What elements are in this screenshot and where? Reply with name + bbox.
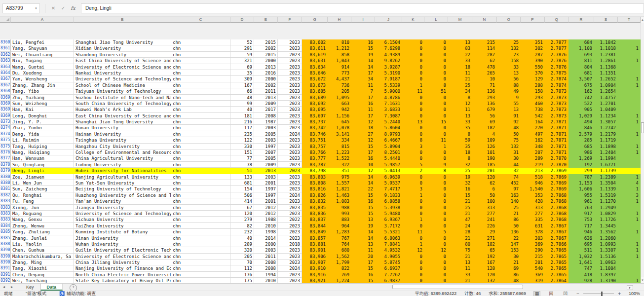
cell-Q83838[interactable]: 2.7868	[545, 217, 568, 222]
cell-Q83850[interactable]: 2.7867	[545, 229, 568, 235]
cell-T83902[interactable]: 1	[618, 247, 641, 253]
cell-C83758[interactable]: chn	[171, 144, 230, 149]
cell-G83804[interactable]: 83,803	[302, 174, 328, 180]
cell-B83612[interactable]: Xidian University	[74, 45, 171, 51]
cell-M83738[interactable]: 33	[448, 119, 472, 125]
column-header-B[interactable]: B	[74, 17, 171, 23]
cell-H83632[interactable]: 1,043	[328, 58, 351, 64]
cell-B83747[interactable]: Hainan University	[74, 131, 171, 137]
cell-K83907[interactable]: 0	[402, 254, 424, 259]
cell-C83827[interactable]: chn	[171, 192, 230, 198]
column-header-K[interactable]: K	[402, 17, 424, 23]
cell-Q83696[interactable]: 2.7873	[545, 107, 568, 112]
hscroll-right-icon[interactable]: ▸	[627, 285, 633, 290]
cell-I83743[interactable]: 18	[351, 125, 375, 131]
vscroll-thumb[interactable]	[641, 122, 644, 133]
cell-E83817[interactable]: 1997	[254, 186, 278, 192]
cell-H83752[interactable]: 334	[328, 137, 351, 143]
row-header-83620[interactable]: 83620	[0, 52, 11, 58]
cell-C83917[interactable]: chn	[171, 272, 230, 278]
cell-F83603[interactable]: 2023	[278, 39, 302, 45]
cell-M83845[interactable]: 24	[448, 223, 472, 229]
cell-O83743[interactable]: 48	[497, 125, 521, 131]
cell-B83827[interactable]: Huazhong University of Science and Te	[74, 192, 171, 198]
cell-G83696[interactable]: 83,695	[302, 107, 328, 112]
cell-H83917[interactable]: 769	[328, 272, 351, 278]
cell-E83917[interactable]: 1994	[254, 272, 278, 278]
cell-S83743[interactable]: 1.2742	[594, 125, 618, 131]
column-header-G[interactable]: G	[302, 17, 328, 23]
cell-N83690[interactable]: 293	[472, 95, 497, 101]
cell-O83696[interactable]: 13	[497, 107, 521, 112]
cell-T83817[interactable]: 1	[618, 186, 641, 192]
cell-F83635[interactable]: 2023	[278, 64, 302, 70]
cell-E83827[interactable]: 1997	[254, 192, 278, 198]
cell-B83804[interactable]: Nanjing Agricultural University	[74, 174, 171, 180]
cell-A83836[interactable]: Xiong, Jun	[11, 205, 74, 211]
cell-B83902[interactable]: Guilin University of Electronic Techn	[74, 247, 171, 253]
enter-icon[interactable]: ✓	[58, 5, 68, 11]
cell-J83850[interactable]: 5.5321	[375, 229, 402, 235]
cell-R83698[interactable]: 1,029	[568, 113, 594, 119]
cell-A83612[interactable]: Yang, Shuyuan	[11, 45, 74, 51]
cell-N83743[interactable]: 182	[472, 125, 497, 131]
cell-B83858[interactable]: Jinan University	[74, 235, 171, 241]
cell-T83674[interactable]: 1	[618, 82, 641, 88]
cell-N83858[interactable]: 271	[472, 235, 497, 241]
cell-F83850[interactable]: 2023	[278, 229, 302, 235]
cell-P83788[interactable]: 219	[521, 162, 545, 168]
cell-F83693[interactable]: 2023	[278, 101, 302, 107]
cell-N83809[interactable]: 62	[472, 180, 497, 186]
cell-C83908[interactable]: chn	[171, 259, 230, 265]
row-header-83747[interactable]: 83747	[0, 131, 11, 137]
cell-I83836[interactable]: 15	[351, 205, 375, 211]
cell-H83686[interactable]: 205	[328, 88, 351, 94]
cell-S83674[interactable]: 1.0904	[594, 82, 618, 88]
cell-C83693[interactable]: chn	[171, 101, 230, 107]
cell-S83837[interactable]: 1.0829	[594, 211, 618, 217]
row-header-83858[interactable]: 83858	[0, 235, 11, 241]
cell-J83632[interactable]: 9.8262	[375, 58, 402, 64]
cell-S83882[interactable]: 1.0993	[594, 241, 618, 247]
cell-L83612[interactable]: 0	[424, 45, 448, 51]
cell-N83838[interactable]: 241	[472, 217, 497, 222]
cell-Q83612[interactable]: 2.7877	[545, 45, 568, 51]
cell-C83845[interactable]: chn	[171, 223, 230, 229]
cell-I83858[interactable]: 14	[351, 235, 375, 241]
cell-R83902[interactable]: 511	[568, 247, 594, 253]
cell-E83698[interactable]: 2008	[254, 113, 278, 119]
cell-M83858[interactable]: 21	[448, 235, 472, 241]
cell-Q83698[interactable]: 2.7873	[545, 113, 568, 119]
cell-T83850[interactable]: 1	[618, 229, 641, 235]
cell-A83747[interactable]: Deng, Yida	[11, 131, 74, 137]
cell-F83838[interactable]: 2022	[278, 217, 302, 222]
cell-R83837[interactable]: 917	[568, 211, 594, 217]
cell-H83827[interactable]: 1,463	[328, 192, 351, 198]
cell-B83917[interactable]: North China Electric Power University	[74, 272, 171, 278]
cell-G83778[interactable]: 83,777	[302, 155, 328, 161]
cell-I83698[interactable]: 17	[351, 113, 375, 119]
vscroll-up-icon[interactable]: ▲	[641, 17, 644, 23]
cell-P83747[interactable]: 497	[521, 131, 545, 137]
cell-Q83817[interactable]: 2.7869	[545, 186, 568, 192]
cell-B83882[interactable]: Wuhan University	[74, 241, 171, 247]
cell-O83620[interactable]: 23	[497, 52, 521, 58]
cell-L83693[interactable]: 0	[424, 101, 448, 107]
cell-O83767[interactable]: 31	[497, 149, 521, 155]
cell-D83743[interactable]: 117	[230, 125, 254, 131]
cell-G83635[interactable]: 83,634	[302, 64, 328, 70]
cell-Q83836[interactable]: 2.7868	[545, 205, 568, 211]
cell-L83603[interactable]: 0	[424, 39, 448, 45]
cell-B83837[interactable]: University of Science and Technology	[74, 211, 171, 217]
cell-J83767[interactable]: 8.2501	[375, 149, 402, 155]
cell-L83620[interactable]: 0	[424, 52, 448, 58]
cell-D83674[interactable]: 167	[230, 82, 254, 88]
cell-D83696[interactable]: 40	[230, 107, 254, 112]
cell-E83858[interactable]: 2014	[254, 235, 278, 241]
cell-P83674[interactable]: 288	[521, 82, 545, 88]
cell-D83738[interactable]: 216	[230, 119, 254, 125]
cell-N83907[interactable]: 192	[472, 254, 497, 259]
cell-A83752[interactable]: Li, Ruimin	[11, 137, 74, 143]
cell-P83743[interactable]: 270	[521, 125, 545, 131]
cell-J83804[interactable]: 6.9639	[375, 174, 402, 180]
